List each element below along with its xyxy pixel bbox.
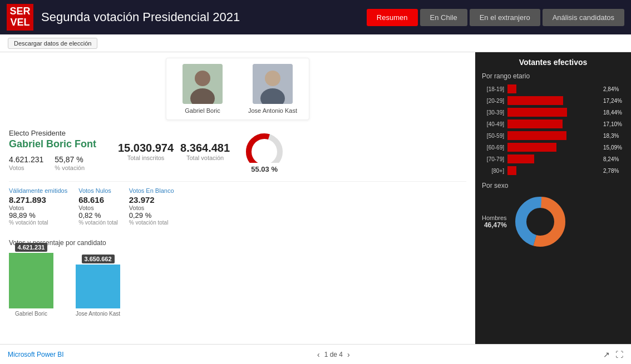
electo-stats: Electo Presidente Gabriel Boric Font 4.6… [9, 129, 466, 173]
age-pct-6: 8,24% [603, 156, 624, 162]
sub-header: Descargar datos de elección [0, 34, 631, 52]
bar-kast-rect [76, 265, 120, 308]
bar-boric-label: 4.621.231 [15, 243, 48, 252]
age-label-7: [80+] [482, 168, 504, 174]
vb-nulos-pct: 0,82 % [78, 211, 118, 220]
electo-pct-value: 55,87 % [55, 155, 83, 164]
age-bar-70-79: [70-79] 8,24% [482, 154, 624, 163]
stats-boxes: 15.030.974 Total inscritos 8.364.481 Tot… [118, 129, 466, 173]
electo-pct-label: % votación [55, 164, 85, 171]
hombres-name: Hombres [482, 215, 507, 221]
nav-tabs: Resumen En Chile En el extranjero Anális… [367, 9, 624, 26]
total-inscritos-value: 15.030.974 [118, 142, 174, 154]
page-indicator: 1 de 4 [324, 351, 343, 358]
electo-votos-value: 4.621.231 [9, 155, 43, 164]
header: SERVEL Segunda votación Presidencial 202… [0, 0, 631, 34]
share-button[interactable]: ↗ [603, 350, 610, 359]
age-bar-18-19: [18-19] 2,84% [482, 84, 624, 93]
electo-name: Gabriel Boric Font [9, 138, 109, 150]
bar-chart-area: 4.621.231 Gabriel Boric 3.650.662 Jose A… [9, 252, 466, 319]
download-button[interactable]: Descargar datos de elección [8, 38, 97, 49]
vb-validamente-num: 8.271.893 [9, 195, 67, 205]
bar-kast-label: 3.650.662 [82, 255, 115, 263]
powerbi-link[interactable]: Microsoft Power BI [8, 351, 64, 358]
tab-en-extranjero[interactable]: En el extranjero [470, 9, 540, 26]
age-pct-5: 15,09% [603, 144, 624, 151]
hombres-pct: 46,47% [482, 221, 507, 229]
prev-page-button[interactable]: ‹ [317, 350, 320, 359]
sexo-section: Por sexo Hombres 46,47% [482, 182, 624, 250]
candidates-row: Gabriel Boric Jose Antonio Kast [166, 58, 309, 120]
vb-blanco: Votos En Blanco 23.972 Votos 0,29 % % vo… [129, 187, 174, 226]
vb-nulos-votos-label: Votos [78, 205, 118, 211]
bar-kast: 3.650.662 Jose Antonio Kast [76, 255, 120, 317]
age-label-6: [70-79] [482, 156, 504, 162]
age-bar-20-29: [20-29] 17,24% [482, 96, 624, 105]
tab-en-chile[interactable]: En Chile [420, 9, 467, 26]
tab-analisis[interactable]: Análisis candidatos [543, 9, 624, 26]
total-votacion-value: 8.364.481 [180, 142, 230, 154]
right-panel: Votantes efectivos Por rango etario [18-… [475, 52, 631, 344]
bar-chart-title: Votos y porcentaje por candidato [9, 239, 466, 247]
rp-title: Votantes efectivos [482, 58, 624, 67]
electo-votos: 4.621.231 Votos [9, 154, 43, 171]
vb-validamente-pct-label: % votación total [9, 220, 67, 226]
candidate-kast-name: Jose Antonio Kast [248, 107, 297, 114]
electo-label: Electo Presidente [9, 129, 109, 137]
total-inscritos-box: 15.030.974 Total inscritos [118, 142, 174, 161]
vb-nulos-pct-label: % votación total [78, 220, 118, 226]
pagination: ‹ 1 de 4 › [317, 350, 350, 359]
vb-nulos: Votos Nulos 68.616 Votos 0,82 % % votaci… [78, 187, 118, 226]
next-page-button[interactable]: › [347, 350, 350, 359]
candidate-boric-name: Gabriel Boric [185, 107, 220, 114]
age-section-title: Por rango etario [482, 72, 624, 80]
hombres-label: Hombres 46,47% [482, 215, 507, 229]
electo-pct: 55,87 % % votación [55, 154, 85, 171]
age-pct-0: 2,84% [603, 86, 624, 92]
servel-logo: SERVEL [7, 4, 33, 31]
vb-validamente-label: Válidamente emitidos [9, 187, 67, 194]
age-label-5: [60-69] [482, 144, 504, 151]
total-votacion-label: Total votación [180, 154, 230, 161]
age-pct-1: 17,24% [603, 98, 624, 104]
age-pct-7: 2,78% [603, 168, 624, 174]
age-bar-30-39: [30-39] 18,44% [482, 108, 624, 117]
total-inscritos-label: Total inscritos [118, 154, 174, 161]
donut-row: Hombres 46,47% [482, 194, 624, 250]
bar-chart-section: Votos y porcentaje por candidato 4.621.2… [9, 239, 466, 319]
main-content: Gabriel Boric Jose Antonio Kast Electo P… [0, 52, 631, 344]
sexo-title: Por sexo [482, 182, 624, 190]
candidate-boric-avatar [183, 64, 223, 104]
tab-resumen[interactable]: Resumen [367, 9, 418, 26]
age-pct-3: 17,10% [603, 121, 624, 127]
electo-left: Electo Presidente Gabriel Boric Font 4.6… [9, 129, 109, 171]
bar-boric: 4.621.231 Gabriel Boric [9, 243, 53, 317]
vb-nulos-num: 68.616 [78, 195, 118, 205]
vote-breakdown: Válidamente emitidos 8.271.893 Votos 98,… [9, 181, 466, 231]
vb-blanco-label: Votos En Blanco [129, 187, 174, 194]
age-bar-50-59: [50-59] 18,3% [482, 131, 624, 140]
age-bar-60-69: [60-69] 15,09% [482, 143, 624, 152]
age-bar-80-plus: [80+] 2,78% [482, 166, 624, 175]
vb-blanco-votos-label: Votos [129, 205, 174, 211]
sexo-donut-chart [512, 194, 568, 250]
vb-validamente-pct: 98,89 % [9, 211, 67, 220]
bar-boric-name: Gabriel Boric [15, 311, 47, 317]
age-label-1: [20-29] [482, 98, 504, 104]
age-label-4: [50-59] [482, 133, 504, 139]
svg-point-1 [195, 71, 210, 86]
vb-blanco-pct: 0,29 % [129, 211, 174, 220]
vb-blanco-num: 23.972 [129, 195, 174, 205]
age-bar-40-49: [40-49] 17,10% [482, 119, 624, 128]
age-label-2: [30-39] [482, 109, 504, 116]
footer: Microsoft Power BI ‹ 1 de 4 › ↗ ⛶ [0, 344, 631, 364]
participation-gauge: 55.03 % [236, 129, 292, 173]
age-pct-2: 18,44% [603, 109, 624, 116]
electo-votes: 4.621.231 Votos 55,87 % % votación [9, 154, 109, 171]
age-label-3: [40-49] [482, 121, 504, 127]
gauge-pct: 55.03 % [251, 165, 278, 173]
left-section: Gabriel Boric Jose Antonio Kast Electo P… [0, 52, 475, 344]
vb-nulos-label: Votos Nulos [78, 187, 118, 194]
fullscreen-button[interactable]: ⛶ [615, 350, 623, 359]
hombres-label-box: Hombres 46,47% [482, 215, 507, 229]
